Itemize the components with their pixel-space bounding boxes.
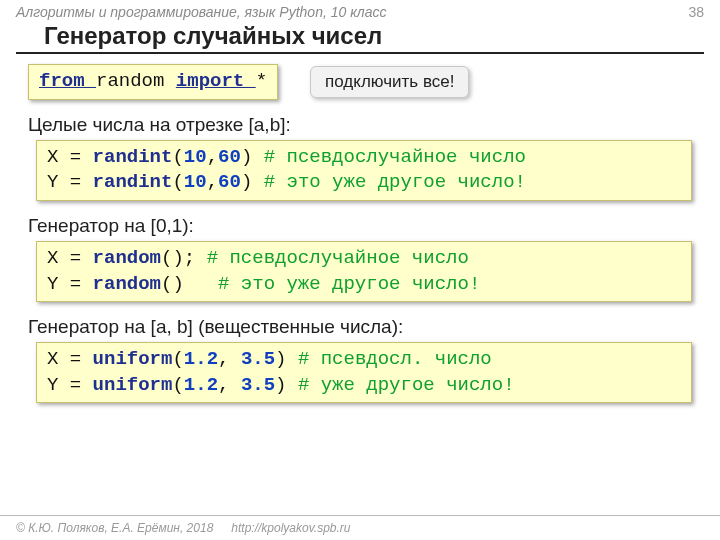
page-number: 38 [688, 4, 704, 20]
content: from random import * подключить все! Цел… [0, 64, 720, 403]
num-literal: 10 [184, 171, 207, 193]
footer-copyright: © К.Ю. Поляков, Е.А. Ерёмин, 2018 [16, 521, 213, 535]
page-header: Алгоритмы и программирование, язык Pytho… [0, 0, 720, 22]
footer-url: http://kpolyakov.spb.ru [231, 521, 350, 535]
code-text: X = [47, 146, 93, 168]
mod-random: random [96, 70, 176, 92]
code-text: , [207, 146, 218, 168]
section3-codebox: X = uniform(1.2, 3.5) # псевдосл. число … [36, 342, 692, 403]
code-text: ) [275, 348, 298, 370]
num-literal: 3.5 [241, 348, 275, 370]
callout-bubble: подключить все! [310, 66, 469, 98]
code-text: () [161, 273, 218, 295]
section1-codebox: X = randint(10,60) # псевдослучайное чис… [36, 140, 692, 201]
comment: # псевдослучайное число [207, 247, 469, 269]
section2-label: Генератор на [0,1): [28, 215, 692, 237]
comment: # псевдослучайное число [264, 146, 526, 168]
code-text: (); [161, 247, 207, 269]
code-text: X = [47, 348, 93, 370]
num-literal: 1.2 [184, 348, 218, 370]
code-text: ) [275, 374, 298, 396]
num-literal: 60 [218, 146, 241, 168]
comment: # псевдосл. число [298, 348, 492, 370]
code-text: , [207, 171, 218, 193]
import-codebox: from random import * [28, 64, 278, 100]
fn-random: random [93, 273, 161, 295]
course-label: Алгоритмы и программирование, язык Pytho… [16, 4, 386, 20]
code-text: Y = [47, 171, 93, 193]
fn-randint: randint [93, 171, 173, 193]
code-text: ( [172, 171, 183, 193]
code-text: ) [241, 146, 264, 168]
section3-label: Генератор на [a, b] (вещественные числа)… [28, 316, 692, 338]
num-literal: 1.2 [184, 374, 218, 396]
kw-from: from [39, 70, 96, 92]
fn-randint: randint [93, 146, 173, 168]
num-literal: 10 [184, 146, 207, 168]
page-title: Генератор случайных чисел [16, 22, 704, 54]
section2-codebox: X = random(); # псевдослучайное число Y … [36, 241, 692, 302]
code-text: ( [172, 146, 183, 168]
code-text: ) [241, 171, 264, 193]
code-text: ( [172, 348, 183, 370]
fn-random: random [93, 247, 161, 269]
footer: © К.Ю. Поляков, Е.А. Ерёмин, 2018 http:/… [0, 515, 720, 540]
code-text: Y = [47, 374, 93, 396]
code-text: ( [172, 374, 183, 396]
num-literal: 3.5 [241, 374, 275, 396]
import-star: * [256, 70, 267, 92]
comment: # это уже другое число! [264, 171, 526, 193]
comment: # это уже другое число! [218, 273, 480, 295]
section1-label: Целые числа на отрезке [a,b]: [28, 114, 692, 136]
code-text: Y = [47, 273, 93, 295]
fn-uniform: uniform [93, 374, 173, 396]
code-text: , [218, 348, 241, 370]
import-row: from random import * подключить все! [28, 64, 692, 100]
fn-uniform: uniform [93, 348, 173, 370]
code-text: , [218, 374, 241, 396]
code-text: X = [47, 247, 93, 269]
num-literal: 60 [218, 171, 241, 193]
kw-import: import [176, 70, 256, 92]
comment: # уже другое число! [298, 374, 515, 396]
